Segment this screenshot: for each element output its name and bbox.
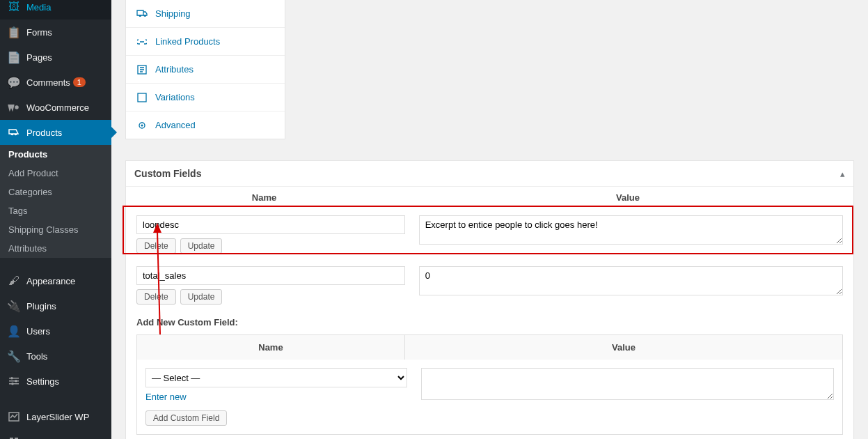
cf-new-value-cell <box>421 368 834 402</box>
users-icon: 👤 <box>7 324 21 338</box>
cf-new-value-textarea[interactable] <box>421 368 834 400</box>
add-new-label: Add New Custom Field: <box>126 310 853 331</box>
product-data-tabs: Shipping Linked Products Attributes Vari… <box>125 0 285 139</box>
submenu-item-attributes[interactable]: Attributes <box>0 239 111 258</box>
tab-label: Advanced <box>155 120 196 130</box>
tab-linked-products[interactable]: Linked Products <box>126 28 285 56</box>
sidebar-item-label: LayerSlider WP <box>26 412 89 422</box>
custom-field-row: Delete Update 0 <box>126 259 853 310</box>
postbox-header[interactable]: Custom Fields ▴ <box>126 161 853 187</box>
custom-field-row: Delete Update Excerpt to entice people t… <box>126 208 853 259</box>
sidebar-item-label: Products <box>26 128 62 138</box>
tab-advanced[interactable]: Advanced <box>126 111 285 139</box>
pages-icon: 📄 <box>7 50 21 64</box>
plugins-icon: 🔌 <box>7 299 21 313</box>
cf-value-cell: Excerpt to entice people to click goes h… <box>419 215 843 254</box>
cf-name-input[interactable] <box>136 266 405 285</box>
forms-icon: 📋 <box>7 25 21 39</box>
admin-sidebar: 🖼 Media 📋 Forms 📄 Pages 💬 Comments 1 Woo… <box>0 0 111 439</box>
tools-icon: 🔧 <box>7 349 21 363</box>
sidebar-item-label: Settings <box>26 376 59 387</box>
sidebar-item-users[interactable]: 👤 Users <box>0 318 111 344</box>
sidebar-item-label: Shareaholic <box>26 437 74 440</box>
appearance-icon: 🖌 <box>7 274 21 288</box>
comments-icon: 💬 <box>7 75 21 89</box>
enter-new-link[interactable]: Enter new <box>145 392 187 402</box>
sidebar-item-label: Comments <box>26 77 70 88</box>
cf-name-select[interactable]: — Select — <box>145 368 407 387</box>
cf-value-cell: 0 <box>419 266 843 305</box>
cf-new-header-name: Name <box>137 335 405 360</box>
tab-attributes[interactable]: Attributes <box>126 56 285 84</box>
shareaholic-icon <box>7 435 21 439</box>
cf-new-body: — Select — Enter new <box>137 360 842 410</box>
toggle-indicator-icon[interactable]: ▴ <box>840 169 845 179</box>
sidebar-item-label: Appearance <box>26 276 75 286</box>
tab-shipping[interactable]: Shipping <box>126 0 285 28</box>
tab-label: Attributes <box>155 64 194 75</box>
link-icon <box>136 37 148 47</box>
cf-header-value: Value <box>402 187 853 208</box>
sidebar-item-products[interactable]: Products <box>0 120 111 145</box>
sidebar-item-forms[interactable]: 📋 Forms <box>0 20 111 45</box>
update-button[interactable]: Update <box>180 289 223 305</box>
submenu-item-categories[interactable]: Categories <box>0 183 111 201</box>
cf-value-textarea[interactable]: Excerpt to entice people to click goes h… <box>419 215 843 245</box>
layerslider-icon <box>7 410 21 424</box>
delete-button[interactable]: Delete <box>136 238 176 254</box>
tab-label: Shipping <box>155 8 191 19</box>
sidebar-item-pages[interactable]: 📄 Pages <box>0 45 111 70</box>
svg-rect-0 <box>9 378 19 379</box>
settings-icon <box>7 374 21 388</box>
variations-icon <box>136 93 148 102</box>
sidebar-item-settings[interactable]: Settings <box>0 369 111 394</box>
submenu-item-add-product[interactable]: Add Product <box>0 164 111 183</box>
sidebar-item-label: Forms <box>26 27 52 38</box>
cf-new-header: Name Value <box>137 335 842 360</box>
cf-name-cell: Delete Update <box>136 215 405 254</box>
tab-label: Linked Products <box>155 36 220 47</box>
postbox-title: Custom Fields <box>134 168 201 179</box>
sidebar-item-woocommerce[interactable]: WooCommerce <box>0 95 111 120</box>
sidebar-item-label: WooCommerce <box>26 102 89 113</box>
sidebar-item-media[interactable]: 🖼 Media <box>0 0 111 20</box>
svg-rect-2 <box>9 383 19 385</box>
sidebar-item-layerslider[interactable]: LayerSlider WP <box>0 404 111 429</box>
sidebar-item-tools[interactable]: 🔧 Tools <box>0 344 111 369</box>
sidebar-item-shareaholic[interactable]: Shareaholic <box>0 429 111 439</box>
svg-rect-12 <box>138 93 146 102</box>
products-icon <box>7 125 21 139</box>
sidebar-item-label: Tools <box>26 351 47 362</box>
delete-button[interactable]: Delete <box>136 289 176 305</box>
sidebar-item-label: Plugins <box>26 301 56 311</box>
cf-value-textarea[interactable]: 0 <box>419 266 843 295</box>
svg-point-3 <box>10 377 13 380</box>
tab-label: Variations <box>155 92 195 102</box>
svg-point-4 <box>15 380 17 383</box>
submenu-item-shipping-classes[interactable]: Shipping Classes <box>0 220 111 239</box>
svg-point-5 <box>11 383 14 385</box>
svg-point-14 <box>141 124 143 126</box>
sidebar-submenu-products: Products Add Product Categories Tags Shi… <box>0 145 111 258</box>
cf-new-header-value: Value <box>405 335 842 360</box>
sidebar-item-plugins[interactable]: 🔌 Plugins <box>0 293 111 318</box>
sidebar-item-appearance[interactable]: 🖌 Appearance <box>0 268 111 293</box>
cf-table-header: Name Value <box>126 187 853 208</box>
cf-name-input[interactable] <box>136 215 405 234</box>
truck-icon <box>136 10 148 18</box>
gear-icon <box>136 121 148 130</box>
cf-new-name-cell: — Select — Enter new <box>145 368 407 402</box>
submenu-item-products[interactable]: Products <box>0 145 111 164</box>
update-button[interactable]: Update <box>180 238 223 254</box>
custom-fields-body: Name Value Delete Update Excerpt to enti… <box>126 187 853 435</box>
cf-name-cell: Delete Update <box>136 266 405 305</box>
woocommerce-icon <box>7 100 21 114</box>
add-custom-field-button[interactable]: Add Custom Field <box>145 410 227 426</box>
tab-variations[interactable]: Variations <box>126 84 285 111</box>
attributes-icon <box>136 65 148 75</box>
submenu-item-tags[interactable]: Tags <box>0 201 111 220</box>
custom-fields-postbox: Custom Fields ▴ Name Value Delete Update… <box>125 160 854 439</box>
media-icon: 🖼 <box>7 0 21 14</box>
sidebar-item-comments[interactable]: 💬 Comments 1 <box>0 70 111 95</box>
svg-rect-1 <box>9 380 19 382</box>
